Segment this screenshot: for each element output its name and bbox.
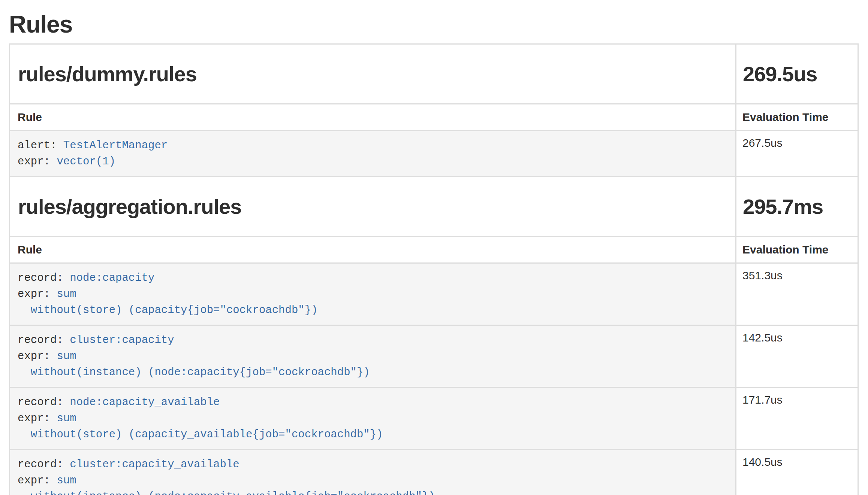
rules-table: rules/dummy.rules269.5usRuleEvaluation T… [9,43,859,495]
expr-label: expr: [18,474,57,487]
rule-row: record: node:capacity_available expr: su… [10,388,858,450]
group-header-row: rules/aggregation.rules295.7ms [10,177,858,237]
rule-row: record: node:capacity expr: sum without(… [10,263,858,325]
rule-eval-time: 140.5us [736,450,858,495]
rule-eval-time: 142.5us [736,325,858,388]
group-file-name: rules/dummy.rules [10,62,735,86]
rule-eval-time: 171.7us [736,388,858,450]
rule-row: record: cluster:capacity_available expr:… [10,450,858,495]
rule-row: alert: TestAlertManager expr: vector(1)2… [10,131,858,177]
rule-expr-link[interactable]: vector(1) [57,155,115,168]
rule-expr-link[interactable]: sum without(instance) (node:capacity{job… [18,350,370,379]
expr-label: expr: [18,155,57,168]
rule-row: record: cluster:capacity expr: sum witho… [10,325,858,388]
rule-eval-time: 351.3us [736,263,858,325]
group-file-cell: rules/dummy.rules [10,44,736,104]
group-eval-time: 295.7ms [737,194,857,219]
column-header-row: RuleEvaluation Time [10,237,858,263]
rule-cell: record: cluster:capacity_available expr:… [10,450,736,495]
rule-expr-link[interactable]: sum without(store) (capacity{job="cockro… [18,288,318,316]
eval-time-column-header: Evaluation Time [736,104,858,131]
rule-name-link[interactable]: node:capacity [70,272,154,284]
rule-expr-link[interactable]: sum without(instance) (node:capacity_ava… [18,474,435,495]
rule-cell: alert: TestAlertManager expr: vector(1) [10,131,736,177]
rule-cell: record: node:capacity expr: sum without(… [10,263,736,325]
rule-name-link[interactable]: cluster:capacity_available [70,458,239,471]
rule-type-label: record: [18,396,70,409]
page-title: Rules [9,10,859,38]
rules-page: Rules rules/dummy.rules269.5usRuleEvalua… [0,0,868,495]
group-header-row: rules/dummy.rules269.5us [10,44,858,104]
rule-name-link[interactable]: node:capacity_available [70,396,220,409]
rule-definition: record: cluster:capacity_available expr:… [10,450,735,495]
rule-column-header: Rule [10,104,736,131]
rule-expr-link[interactable]: sum without(store) (capacity_available{j… [18,412,383,441]
rule-name-link[interactable]: TestAlertManager [63,139,168,152]
rule-definition: record: node:capacity_available expr: su… [10,388,735,449]
column-header-row: RuleEvaluation Time [10,104,858,131]
eval-time-column-header: Evaluation Time [736,237,858,263]
rule-type-label: record: [18,458,70,471]
rule-type-label: alert: [18,139,63,152]
expr-label: expr: [18,288,57,300]
group-eval-time-cell: 295.7ms [736,177,858,237]
rule-cell: record: cluster:capacity expr: sum witho… [10,325,736,388]
rule-type-label: record: [18,272,70,284]
rule-definition: alert: TestAlertManager expr: vector(1) [10,131,735,176]
rule-name-link[interactable]: cluster:capacity [70,334,174,346]
group-file-cell: rules/aggregation.rules [10,177,736,237]
group-eval-time: 269.5us [737,62,857,86]
rule-definition: record: cluster:capacity expr: sum witho… [10,326,735,387]
expr-label: expr: [18,412,57,425]
rule-type-label: record: [18,334,70,346]
expr-label: expr: [18,350,57,362]
rule-cell: record: node:capacity_available expr: su… [10,388,736,450]
rule-definition: record: node:capacity expr: sum without(… [10,264,735,325]
group-eval-time-cell: 269.5us [736,44,858,104]
rule-column-header: Rule [10,237,736,263]
rule-eval-time: 267.5us [736,131,858,177]
group-file-name: rules/aggregation.rules [10,194,735,219]
